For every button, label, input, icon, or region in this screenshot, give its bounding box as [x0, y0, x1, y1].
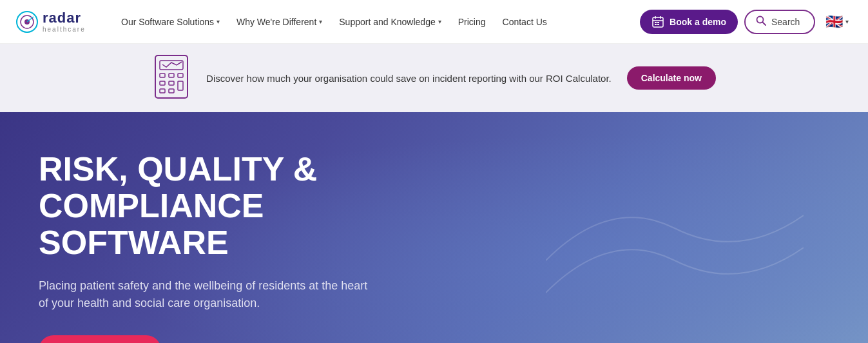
search-label: Search — [771, 17, 800, 27]
header-actions: Book a demo Search 🇬🇧 ▾ — [640, 10, 853, 34]
chevron-down-icon: ▾ — [217, 18, 220, 25]
calendar-icon — [651, 15, 664, 28]
main-nav: Our Software Solutions ▾ Why We're Diffe… — [115, 12, 640, 32]
hero-title-line2: COMPLIANCE SOFTWARE — [39, 187, 264, 261]
calculate-now-button[interactable]: Calculate now — [627, 66, 716, 90]
svg-rect-8 — [655, 22, 657, 23]
hero-title-line1: RISK, QUALITY & — [39, 150, 317, 188]
chevron-down-icon: ▾ — [845, 18, 849, 25]
svg-rect-17 — [169, 74, 174, 77]
book-demo-label: Book a demo — [670, 17, 726, 27]
nav-software-solutions-label: Our Software Solutions — [121, 17, 214, 27]
nav-support-knowledge[interactable]: Support and Knowledge ▾ — [333, 12, 447, 32]
svg-rect-22 — [160, 89, 165, 93]
hero-cta-button[interactable]: Book your demo — [39, 335, 161, 343]
svg-rect-19 — [160, 81, 165, 85]
search-icon — [756, 15, 766, 28]
logo[interactable]: radar healthcare — [15, 10, 99, 34]
logo-text: radar healthcare — [43, 10, 86, 33]
chevron-down-icon: ▾ — [319, 18, 322, 25]
language-selector[interactable]: 🇬🇧 ▾ — [822, 11, 853, 33]
chevron-down-icon: ▾ — [438, 18, 441, 25]
hero-section: RISK, QUALITY & COMPLIANCE SOFTWARE Plac… — [0, 112, 868, 343]
svg-rect-23 — [169, 89, 174, 93]
nav-support-knowledge-label: Support and Knowledge — [339, 17, 435, 27]
svg-line-13 — [763, 22, 766, 25]
logo-brand: radar — [43, 10, 86, 26]
radar-logo-icon — [15, 10, 39, 34]
roi-banner: Discover how much your organisation coul… — [0, 44, 868, 112]
hero-content: RISK, QUALITY & COMPLIANCE SOFTWARE Plac… — [39, 151, 451, 343]
nav-software-solutions[interactable]: Our Software Solutions ▾ — [115, 12, 226, 32]
svg-rect-21 — [178, 81, 183, 90]
header: radar healthcare Our Software Solutions … — [0, 0, 868, 44]
svg-rect-16 — [160, 74, 165, 77]
nav-why-different[interactable]: Why We're Different ▾ — [230, 12, 329, 32]
svg-rect-18 — [178, 74, 183, 77]
svg-rect-9 — [657, 22, 659, 23]
nav-why-different-label: Why We're Different — [236, 17, 316, 27]
banner-text: Discover how much your organisation coul… — [206, 73, 612, 84]
flag-icon: 🇬🇧 — [825, 14, 843, 30]
svg-rect-11 — [657, 24, 659, 25]
book-demo-button[interactable]: Book a demo — [640, 10, 738, 34]
nav-contact-us-label: Contact Us — [503, 17, 547, 27]
calculator-icon — [152, 54, 191, 102]
hero-decorative-curve — [546, 164, 804, 343]
nav-pricing-label: Pricing — [458, 17, 486, 27]
nav-contact-us[interactable]: Contact Us — [496, 12, 554, 32]
hero-title: RISK, QUALITY & COMPLIANCE SOFTWARE — [39, 151, 451, 262]
svg-rect-20 — [169, 81, 174, 85]
nav-pricing[interactable]: Pricing — [452, 12, 492, 32]
svg-rect-10 — [655, 24, 657, 25]
search-box[interactable]: Search — [744, 10, 815, 34]
hero-subtitle: Placing patient safety and the wellbeing… — [39, 277, 374, 312]
logo-sub: healthcare — [43, 26, 86, 33]
